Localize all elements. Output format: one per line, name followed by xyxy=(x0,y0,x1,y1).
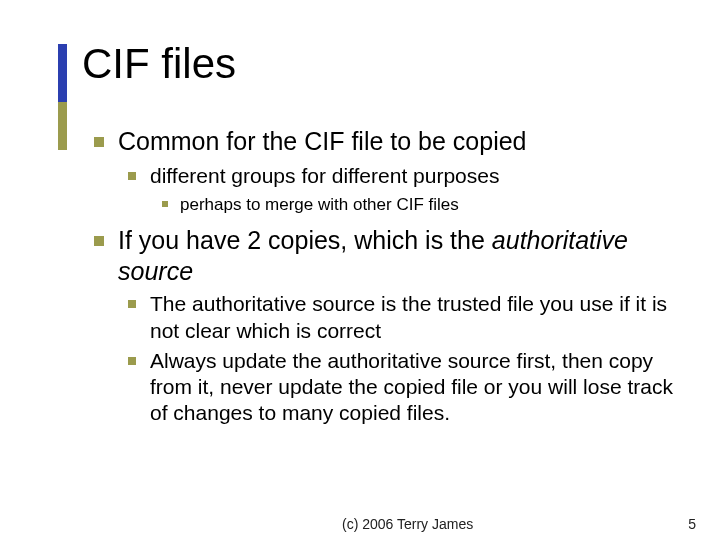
square-bullet-icon xyxy=(94,137,104,147)
bullet-text: Common for the CIF file to be copied xyxy=(118,127,527,155)
list-item: Common for the CIF file to be copied dif… xyxy=(86,126,676,215)
square-bullet-icon xyxy=(128,300,136,308)
square-bullet-icon xyxy=(94,236,104,246)
list-item: perhaps to merge with other CIF files xyxy=(150,194,676,215)
bullet-text: Always update the authoritative source f… xyxy=(150,349,673,425)
slide-title: CIF files xyxy=(82,40,236,88)
bullet-text: perhaps to merge with other CIF files xyxy=(180,195,459,214)
list-item: Always update the authoritative source f… xyxy=(118,348,676,427)
bullet-text: The authoritative source is the trusted … xyxy=(150,292,667,341)
page-number: 5 xyxy=(688,516,696,532)
title-accent-bar xyxy=(58,44,67,150)
slide-body: Common for the CIF file to be copied dif… xyxy=(86,126,676,437)
list-item: If you have 2 copies, which is the autho… xyxy=(86,225,676,427)
bullet-text: If you have 2 copies, which is the xyxy=(118,226,492,254)
bullet-text: different groups for different purposes xyxy=(150,164,499,187)
square-bullet-icon xyxy=(128,357,136,365)
copyright-text: (c) 2006 Terry James xyxy=(342,516,473,532)
square-bullet-icon xyxy=(128,172,136,180)
list-item: different groups for different purposes … xyxy=(118,163,676,215)
square-bullet-icon xyxy=(162,201,168,207)
list-item: The authoritative source is the trusted … xyxy=(118,291,676,344)
